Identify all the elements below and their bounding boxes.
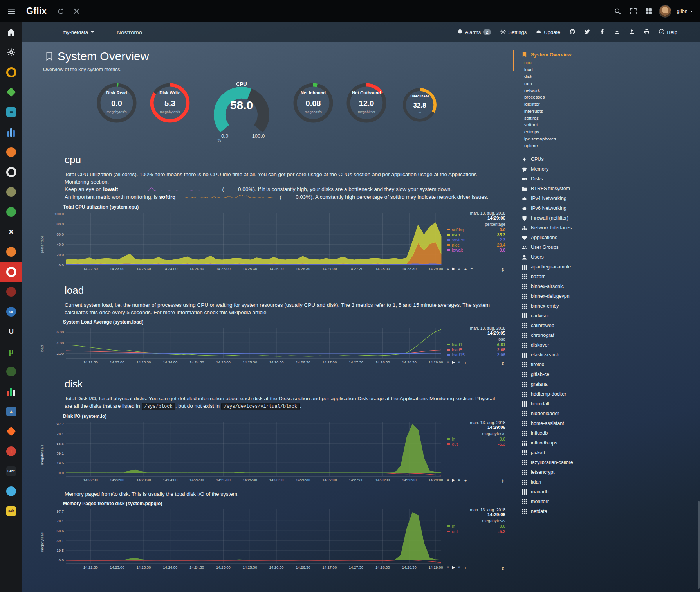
scrollbar[interactable] bbox=[698, 501, 700, 589]
app-icon-jackett[interactable] bbox=[0, 142, 22, 162]
memory-paged-chart[interactable]: Memory Paged from/to disk (system.pgpgio… bbox=[40, 501, 522, 571]
menu-app-elasticsearch[interactable]: elasticsearch bbox=[513, 350, 613, 360]
gauge-net-outbound[interactable]: Net Outbound 12.0 megabits/s bbox=[344, 80, 389, 127]
menu-cpus[interactable]: CPUs bbox=[513, 155, 613, 164]
menu-sub-ram[interactable]: ram bbox=[513, 80, 613, 87]
menu-sub-idlejitter[interactable]: idlejitter bbox=[513, 101, 613, 108]
menu-sub-entropy[interactable]: entropy bbox=[513, 129, 613, 136]
menu-app-netdata[interactable]: netdata bbox=[513, 507, 613, 516]
legend-load1[interactable]: load16.51 bbox=[447, 342, 505, 347]
chart-resize-handle[interactable]: ⇕ bbox=[501, 566, 505, 571]
menu-ipv6-networking[interactable]: IPv6 Networking bbox=[513, 203, 613, 213]
legend-softirq[interactable]: softirq0.0 bbox=[447, 227, 505, 232]
app-icon-plex[interactable] bbox=[0, 62, 22, 82]
softirq-sparkline[interactable] bbox=[179, 194, 277, 201]
menu-app-jackett[interactable]: jackett bbox=[513, 448, 613, 458]
app-icon-app-u-white[interactable]: U bbox=[0, 322, 22, 342]
menu-sub-load[interactable]: load bbox=[513, 67, 613, 74]
user-menu[interactable]: gilbn bbox=[675, 8, 695, 14]
app-icon-mariadb[interactable] bbox=[0, 282, 22, 302]
menu-network-interfaces[interactable]: Network Interfaces bbox=[513, 223, 613, 233]
menu-app-hddtemp-docker[interactable]: hddtemp-docker bbox=[513, 389, 613, 399]
menu-app-home-assistant[interactable]: home-assistant bbox=[513, 419, 613, 428]
menu-ipv4-networking[interactable]: IPv4 Networking bbox=[513, 194, 613, 203]
menu-sub-disk[interactable]: disk bbox=[513, 73, 613, 80]
app-icon-app-cross[interactable]: × bbox=[0, 222, 22, 242]
app-icon-gitlab[interactable] bbox=[0, 421, 22, 441]
menu-app-cadvisor[interactable]: cadvisor bbox=[513, 311, 613, 321]
legend-system[interactable]: system2.3 bbox=[447, 238, 505, 243]
nav-import[interactable] bbox=[614, 29, 620, 36]
nav-print[interactable] bbox=[644, 29, 649, 36]
menu-btrfs-filesystem[interactable]: BTRFS filesystem bbox=[513, 184, 613, 194]
app-icon-ombi[interactable] bbox=[0, 162, 22, 182]
close-tab-icon[interactable] bbox=[69, 8, 85, 14]
fullscreen-icon[interactable] bbox=[628, 8, 639, 14]
legend-nice[interactable]: nice20.4 bbox=[447, 243, 505, 248]
menu-sub-processes[interactable]: processes bbox=[513, 94, 613, 101]
chart-toolbox[interactable]: «▶»＋− bbox=[447, 266, 473, 272]
nav-update[interactable]: Update bbox=[536, 29, 560, 36]
app-icon-sabnzbd[interactable]: sab bbox=[0, 501, 22, 521]
app-icon-heimdall[interactable]: ▲ bbox=[0, 401, 22, 421]
gauge-net-inbound[interactable]: Net Inbound 0.08 megabits/s bbox=[290, 80, 336, 127]
nav-alarms[interactable]: Alarms2 bbox=[457, 29, 491, 36]
menu-system-overview[interactable]: System Overview bbox=[513, 50, 613, 59]
app-icon-netdata[interactable] bbox=[0, 262, 22, 282]
gauge-used-ram[interactable]: Used RAM 32.8 % bbox=[401, 86, 439, 126]
app-icon-emby[interactable] bbox=[0, 82, 22, 102]
app-icon-duplicati[interactable] bbox=[0, 182, 22, 202]
app-icon-airsonic[interactable] bbox=[0, 122, 22, 142]
menu-app-heimdall[interactable]: heimdall bbox=[513, 399, 613, 409]
legend-load5[interactable]: load52.68 bbox=[447, 347, 505, 353]
menu-app-firefox[interactable]: firefox bbox=[513, 360, 613, 370]
apps-grid-icon[interactable] bbox=[643, 8, 655, 14]
menu-sub-interrupts[interactable]: interrupts bbox=[513, 108, 613, 115]
app-icon-app-green[interactable] bbox=[0, 202, 22, 222]
app-icon-docker[interactable]: ≡ bbox=[0, 102, 22, 122]
menu-icon[interactable] bbox=[0, 8, 22, 14]
app-icon-lazylibrarian[interactable]: LAZY bbox=[0, 461, 22, 481]
menu-sub-softirqs[interactable]: softirqs bbox=[513, 115, 613, 122]
disk-chart[interactable]: Disk I/O (system.io)megabytes/s14:22:301… bbox=[40, 414, 522, 484]
chart-resize-handle[interactable]: ⇕ bbox=[501, 479, 505, 484]
chart-toolbox[interactable]: «▶»＋− bbox=[447, 360, 473, 365]
nav-settings[interactable]: Settings bbox=[500, 29, 527, 36]
menu-app-calibreweb[interactable]: calibreweb bbox=[513, 321, 613, 331]
search-icon[interactable] bbox=[612, 8, 624, 14]
user-avatar[interactable] bbox=[659, 5, 671, 18]
legend-out[interactable]: out-5.3 bbox=[447, 442, 505, 447]
menu-app-diskover[interactable]: diskover bbox=[513, 340, 613, 350]
menu-app-grafana[interactable]: grafana bbox=[513, 380, 613, 389]
menu-disks[interactable]: Disks bbox=[513, 174, 613, 184]
chart-toolbox[interactable]: «▶»＋− bbox=[447, 478, 473, 483]
menu-app-influxdb[interactable]: influxdb bbox=[513, 428, 613, 438]
menu-app-mariadb[interactable]: mariadb bbox=[513, 487, 613, 497]
chart-plot-area[interactable]: 14:22:3014:23:0014:23:3014:24:0014:24:30… bbox=[47, 211, 444, 273]
nav-github[interactable] bbox=[570, 29, 575, 36]
app-icon-app-dark-green[interactable] bbox=[0, 362, 22, 381]
app-icon-cadvisor[interactable] bbox=[0, 381, 22, 401]
app-icon-ubooquity[interactable] bbox=[0, 242, 22, 262]
menu-sub-cpu[interactable]: cpu bbox=[513, 59, 613, 67]
menu-app-lidarr[interactable]: lidarr bbox=[513, 477, 613, 487]
legend-out[interactable]: out-5.2 bbox=[447, 529, 505, 534]
menu-app-binhex-delugevpn[interactable]: binhex-delugevpn bbox=[513, 292, 613, 301]
legend-user[interactable]: user35.3 bbox=[447, 232, 505, 238]
chart-plot-area[interactable]: 14:22:3014:23:0014:23:3014:24:0014:24:30… bbox=[47, 326, 444, 366]
menu-app-binhex-airsonic[interactable]: binhex-airsonic bbox=[513, 282, 613, 292]
menu-app-gitlab-ce[interactable]: gitlab-ce bbox=[513, 370, 613, 380]
menu-user-groups[interactable]: User Groups bbox=[513, 243, 613, 252]
menu-app-influxdb-ups[interactable]: influxdb-ups bbox=[513, 438, 613, 448]
menu-sub-ipc-semaphores[interactable]: ipc semaphores bbox=[513, 136, 613, 143]
server-dropdown[interactable]: my-netdata bbox=[63, 29, 94, 35]
menu-firewall-netfilter[interactable]: Firewall (netfilter) bbox=[513, 213, 613, 223]
gauge-disk-read[interactable]: Disk Read 0.0 megabytes/s bbox=[94, 80, 139, 127]
menu-app-bazarr[interactable]: bazarr bbox=[513, 272, 613, 282]
chart-plot-area[interactable]: 14:22:3014:23:0014:23:3014:24:0014:24:30… bbox=[47, 507, 444, 571]
menu-users[interactable]: Users bbox=[513, 252, 613, 262]
iowait-sparkline[interactable] bbox=[121, 186, 219, 193]
chart-resize-handle[interactable]: ⇕ bbox=[501, 361, 505, 366]
menu-sub-network[interactable]: network bbox=[513, 87, 613, 94]
menu-sub-softnet[interactable]: softnet bbox=[513, 122, 613, 129]
